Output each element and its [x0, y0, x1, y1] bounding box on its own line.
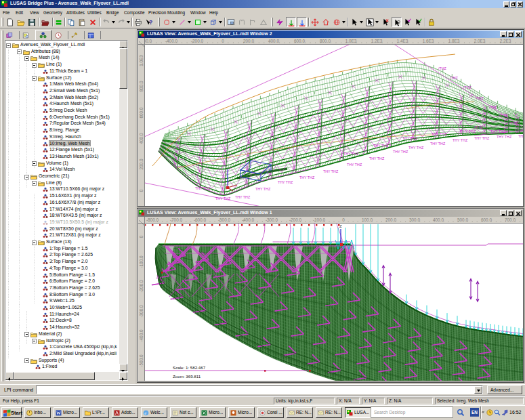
svg-text:1.0E3: 1.0E3	[139, 55, 144, 66]
svg-text:1.0E3: 1.0E3	[345, 39, 357, 43]
svg-text:/THZ: /THZ	[476, 96, 484, 100]
svg-text:200.0: 200.0	[139, 159, 144, 169]
svg-text:400.0: 400.0	[139, 133, 144, 144]
svg-text:-400.0: -400.0	[165, 39, 178, 43]
svg-text:THY THZ: THY THZ	[497, 135, 512, 139]
svg-text:THY THZ: THY THZ	[393, 150, 408, 154]
svg-text:/THZ: /THZ	[474, 125, 483, 129]
svg-text:0: 0	[139, 189, 144, 192]
svg-text:/THZ: /THZ	[463, 85, 472, 89]
svg-text:100.0: 100.0	[362, 217, 373, 222]
svg-text:THY THZ: THY THZ	[408, 146, 424, 150]
svg-text:200.0: 200.0	[243, 39, 254, 43]
svg-text:-400.0: -400.0	[139, 329, 144, 342]
svg-text:/THZ: /THZ	[438, 66, 447, 70]
svg-text:0: 0	[139, 235, 144, 238]
svg-text:THY THZ: THY THZ	[278, 180, 293, 184]
svg-text:Zoom: 369.811: Zoom: 369.811	[173, 374, 201, 379]
svg-text:THY THZ: THY THZ	[432, 132, 447, 136]
svg-text:1.2E3: 1.2E3	[371, 39, 383, 43]
svg-text:THY THZ: THY THZ	[490, 129, 506, 133]
svg-text:THY THZ: THY THZ	[453, 138, 468, 142]
svg-text:1.8E3: 1.8E3	[448, 39, 460, 43]
svg-text:-300.0: -300.0	[139, 305, 144, 318]
svg-text:300.0: 300.0	[409, 217, 420, 222]
svg-text:-100.0: -100.0	[139, 255, 144, 268]
svg-text:1.4E3: 1.4E3	[397, 39, 408, 43]
svg-text:500.0: 500.0	[457, 217, 468, 222]
svg-text:THY THZ: THY THZ	[323, 169, 339, 173]
svg-text:/THZ: /THZ	[489, 105, 498, 109]
svg-text:-200.0: -200.0	[191, 39, 204, 43]
svg-text:0: 0	[342, 217, 345, 222]
svg-text:Z: Z	[339, 224, 342, 228]
svg-text:?: ?	[149, 19, 152, 26]
svg-text:400.0: 400.0	[433, 217, 444, 222]
svg-text:-100.0: -100.0	[313, 217, 326, 222]
svg-text:600.0: 600.0	[481, 217, 492, 222]
svg-text:200.0: 200.0	[385, 217, 396, 222]
svg-text:-600.0: -600.0	[194, 217, 207, 222]
svg-text:THY THZ: THY THZ	[299, 175, 315, 180]
svg-text:THY THZ: THY THZ	[518, 134, 523, 138]
svg-text:e: e	[144, 411, 146, 416]
svg-text:/THZ: /THZ	[509, 121, 518, 125]
svg-text:THY THZ: THY THZ	[215, 196, 231, 201]
svg-text:Scale: 1: 582.467: Scale: 1: 582.467	[173, 365, 206, 370]
svg-text:THY THZ: THY THZ	[235, 195, 251, 199]
svg-text:0: 0	[222, 39, 224, 43]
svg-text:THY THZ: THY THZ	[402, 136, 418, 140]
svg-text:600.0: 600.0	[294, 39, 305, 43]
svg-text:THY THZ: THY THZ	[347, 163, 362, 167]
svg-text:THY THZ: THY THZ	[461, 129, 476, 133]
svg-text:/THZ: /THZ	[499, 113, 508, 117]
svg-text:700.0: 700.0	[505, 217, 516, 222]
svg-text:THY THZ: THY THZ	[195, 186, 211, 190]
svg-text:-200.0: -200.0	[289, 217, 302, 222]
svg-text:THY THZ: THY THZ	[369, 156, 385, 161]
svg-text:THY THZ: THY THZ	[430, 142, 446, 146]
svg-text:600.0: 600.0	[139, 107, 144, 118]
svg-text:THY THZ: THY THZ	[474, 136, 490, 140]
svg-text:-300.0: -300.0	[266, 217, 278, 222]
svg-text:-800.0: -800.0	[146, 217, 159, 222]
svg-text:-700.0: -700.0	[170, 217, 183, 222]
svg-text:-500.0: -500.0	[139, 354, 144, 367]
svg-text:2.2E3: 2.2E3	[500, 39, 511, 43]
svg-text:-400.0: -400.0	[242, 217, 255, 222]
svg-text:1.6E3: 1.6E3	[423, 39, 434, 43]
svg-text:-200.0: -200.0	[139, 280, 144, 293]
svg-text:800.0: 800.0	[320, 39, 331, 43]
svg-text:THY THZ: THY THZ	[255, 187, 271, 191]
svg-text:800.0: 800.0	[139, 81, 144, 91]
svg-text:THY THZ: THY THZ	[373, 144, 389, 148]
svg-text:THY THZ: THY THZ	[343, 152, 359, 156]
svg-text:2.0E3: 2.0E3	[474, 39, 486, 43]
svg-text:400.0: 400.0	[268, 39, 279, 43]
svg-text:/THZ: /THZ	[450, 76, 459, 80]
